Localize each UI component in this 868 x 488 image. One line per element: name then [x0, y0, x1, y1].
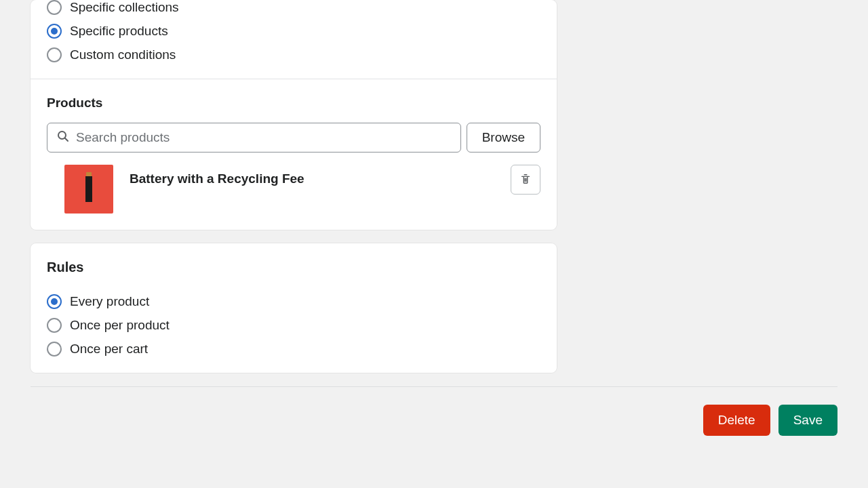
footer-actions: Delete Save [31, 405, 837, 436]
product-row: Battery with a Recycling Fee [47, 165, 540, 214]
radio-icon [47, 294, 62, 309]
radio-every-product[interactable]: Every product [47, 294, 540, 309]
footer-divider [31, 386, 837, 387]
radio-label: Every product [70, 294, 149, 309]
radio-label: Custom conditions [70, 47, 176, 62]
search-input[interactable] [47, 123, 461, 152]
radio-label: Once per cart [70, 342, 148, 357]
radio-icon [47, 318, 62, 333]
battery-icon [85, 176, 92, 202]
browse-button[interactable]: Browse [467, 123, 540, 152]
products-section-title: Products [47, 96, 540, 110]
remove-product-button[interactable] [511, 165, 540, 195]
delete-button[interactable]: Delete [703, 405, 770, 436]
search-icon [56, 129, 70, 146]
apply-to-radio-group: Specific collections Specific products C… [47, 0, 540, 62]
radio-specific-collections[interactable]: Specific collections [47, 0, 540, 15]
radio-label: Specific collections [70, 0, 179, 15]
radio-icon [47, 24, 62, 39]
trash-icon [519, 173, 532, 187]
radio-label: Once per product [70, 318, 170, 333]
radio-once-per-cart[interactable]: Once per cart [47, 342, 540, 357]
radio-icon [47, 342, 62, 357]
radio-specific-products[interactable]: Specific products [47, 24, 540, 39]
rules-section-title: Rules [47, 260, 540, 275]
radio-once-per-product[interactable]: Once per product [47, 318, 540, 333]
save-button[interactable]: Save [778, 405, 837, 436]
product-thumbnail [64, 165, 113, 214]
radio-label: Specific products [70, 24, 168, 39]
radio-icon [47, 0, 62, 15]
rules-radio-group: Every product Once per product Once per … [47, 294, 540, 357]
svg-line-1 [65, 138, 68, 141]
product-name: Battery with a Recycling Fee [130, 165, 494, 186]
radio-icon [47, 47, 62, 62]
search-wrapper [47, 123, 461, 152]
radio-custom-conditions[interactable]: Custom conditions [47, 47, 540, 62]
